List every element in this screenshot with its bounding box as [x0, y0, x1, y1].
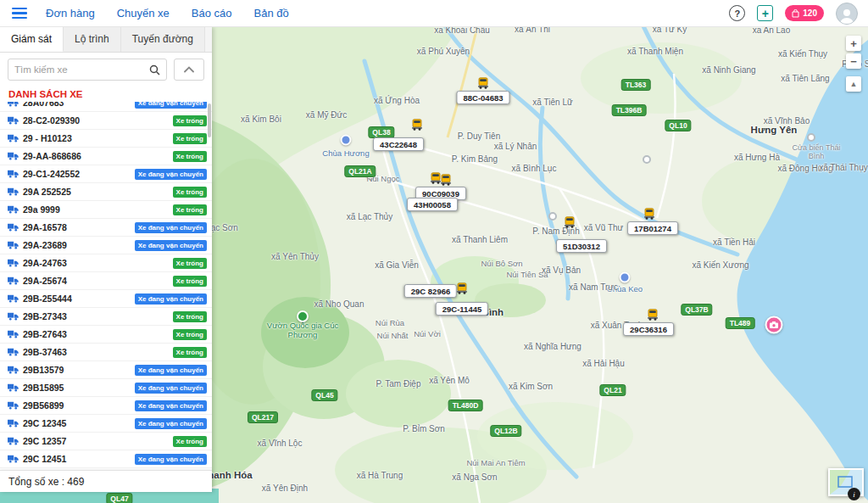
notification-badge[interactable]: 120	[785, 5, 824, 21]
vehicle-truck-marker[interactable]	[563, 216, 576, 228]
zoom-in-button[interactable]: +	[846, 36, 861, 51]
vehicle-plate: 29-AA-868686	[23, 151, 81, 161]
vehicle-row[interactable]: 28A07683 Xe đang vận chuyển	[0, 102, 212, 112]
help-icon[interactable]: ?	[729, 5, 745, 21]
vehicle-row[interactable]: 29B-37463 Xe trống	[0, 344, 212, 361]
vehicle-plate: 29B13579	[23, 365, 64, 375]
vehicle-row[interactable]: 29B-27643 Xe trống	[0, 326, 212, 344]
vehicle-row[interactable]: 29A-23689 Xe đang vận chuyển	[0, 237, 212, 254]
plus-icon[interactable]: +	[757, 5, 773, 21]
chua-huong-marker-icon[interactable]	[341, 135, 352, 146]
vehicle-status-badge: Xe trống	[173, 151, 207, 162]
vehicle-row[interactable]: 29B13579 Xe đang vận chuyển	[0, 361, 212, 379]
tab-road-lines[interactable]: Tuyến đường	[121, 27, 205, 52]
zoom-out-button[interactable]: −	[846, 53, 861, 69]
vehicle-row[interactable]: 28-C2-029390 Xe trống	[0, 112, 212, 130]
thai-binh-area-marker-icon[interactable]	[643, 155, 651, 164]
map-place-label: Vườn Quốc gia Cúc Phương	[264, 321, 342, 340]
vehicle-plate-marker[interactable]: 43H00058	[407, 198, 458, 211]
vehicle-row[interactable]: 29C 12345 Xe đang vận chuyển	[0, 415, 212, 433]
vehicle-row[interactable]: 29B15895 Xe đang vận chuyển	[0, 379, 212, 397]
map-place-label: xã Ninh Giang	[702, 65, 755, 75]
top-navbar: Đơn hàng Chuyến xe Báo cáo Bản đồ ? + 12…	[0, 0, 868, 27]
vehicle-plate-marker[interactable]: 43C22648	[373, 137, 424, 151]
vehicle-row[interactable]: 29-AA-868686 Xe trống	[0, 148, 212, 165]
vehicle-truck-marker[interactable]	[476, 77, 490, 89]
vehicle-row[interactable]: 29-C1-242552 Xe đang vận chuyển	[0, 165, 212, 183]
cuc-phuong-park-marker-icon[interactable]	[297, 310, 309, 322]
map-place-label: xã Tứ Kỳ	[653, 27, 687, 34]
user-avatar[interactable]	[836, 3, 858, 25]
vehicle-row[interactable]: 29C 12357 Xe trống	[0, 433, 212, 450]
vehicle-list[interactable]: 28A07683 Xe đang vận chuyển 28-C2-029390…	[0, 102, 212, 470]
map-place-label: xã Vũ Thư	[584, 223, 624, 232]
main-nav: Đơn hàng Chuyến xe Báo cáo Bản đồ	[46, 7, 289, 20]
nav-item-reports[interactable]: Báo cáo	[192, 7, 232, 20]
truck-icon	[8, 401, 19, 410]
truck-icon	[8, 383, 19, 392]
search-icon[interactable]	[149, 64, 160, 75]
tab-monitoring[interactable]: Giám sát	[0, 27, 64, 52]
vehicle-truck-marker[interactable]	[643, 208, 656, 220]
nav-item-map[interactable]: Bản đồ	[254, 7, 289, 20]
road-badge: QL12B	[490, 425, 521, 437]
nam-dinh-city-marker-icon[interactable]	[548, 212, 557, 221]
nav-item-trips[interactable]: Chuyến xe	[117, 7, 170, 20]
vehicle-plate: 29B-27343	[23, 311, 67, 321]
vehicle-plate-marker[interactable]: 29C 82966	[404, 284, 457, 298]
vehicle-row[interactable]: 29a 9999 Xe trống	[0, 201, 212, 219]
vehicle-row[interactable]: 29B56899 Xe đang vận chuyển	[0, 397, 212, 415]
truck-icon	[8, 437, 19, 445]
map-place-label: xã Yên Định	[262, 483, 308, 493]
pan-up-button[interactable]: ▲	[846, 76, 861, 92]
vehicle-truck-marker[interactable]	[455, 282, 469, 294]
camera-poi-button[interactable]	[765, 316, 783, 334]
vehicle-truck-marker[interactable]	[646, 309, 659, 321]
truck-icon	[8, 116, 19, 125]
chua-keo-marker-icon[interactable]	[620, 272, 631, 283]
map-place-label: xã Kim Sơn	[509, 382, 553, 391]
road-badge: QL38	[368, 126, 394, 138]
vehicle-truck-marker[interactable]	[439, 174, 453, 186]
estuary-marker-icon[interactable]	[807, 133, 815, 142]
vehicle-row[interactable]: 29A-16578 Xe đang vận chuyển	[0, 219, 212, 237]
map-place-label: P. Tam Điệp	[376, 379, 421, 388]
vehicle-row[interactable]: 29A 252525 Xe trống	[0, 183, 212, 201]
map-place-label: xã Yên Mô	[429, 376, 470, 385]
map-place-label: xã Tiên Lữ	[532, 98, 572, 107]
road-badge: TL480D	[448, 400, 483, 411]
map-place-label: xã Hà Trung	[357, 471, 403, 480]
nav-item-orders[interactable]: Đơn hàng	[46, 7, 95, 20]
vehicle-row[interactable]: 29B-255444 Xe đang vận chuyển	[0, 290, 212, 308]
vehicle-plate-marker[interactable]: 29C-11445	[436, 302, 488, 316]
hamburger-menu-icon[interactable]	[0, 0, 34, 27]
vehicle-row[interactable]: 29C 12512 Xe đang vận chuyển	[0, 468, 212, 470]
vehicle-plate-marker[interactable]: 51D30312	[556, 239, 607, 253]
vehicle-row[interactable]: 29 - H10123 Xe trống	[0, 130, 212, 148]
sidebar-tabs: Giám sát Lộ trình Tuyến đường	[0, 27, 212, 53]
vehicle-status-badge: Xe đang vận chuyển	[135, 418, 207, 429]
map-place-label: xã Ứng Hòa	[374, 96, 420, 105]
vehicle-plate-marker[interactable]: 88C-04683	[456, 91, 509, 104]
vehicle-row[interactable]: 29A-24763 Xe trống	[0, 254, 212, 272]
vehicle-status-badge: Xe trống	[173, 276, 207, 287]
vehicle-status-badge: Xe trống	[173, 347, 207, 358]
vehicle-plate: 29C 12357	[23, 436, 66, 446]
vehicle-row[interactable]: 29A-25674 Xe trống	[0, 272, 212, 290]
vehicle-plate-marker[interactable]: 17B01274	[627, 221, 678, 235]
vehicle-total-footer: Tổng số xe : 469	[0, 470, 212, 492]
vehicle-status-badge: Xe đang vận chuyển	[135, 365, 207, 376]
info-button[interactable]: i	[848, 488, 860, 500]
search-input[interactable]	[14, 64, 149, 75]
tab-route[interactable]: Lộ trình	[64, 27, 121, 52]
collapse-panel-button[interactable]	[174, 59, 204, 81]
map-place-label: Núi Nhất	[377, 331, 409, 340]
list-scrollbar[interactable]	[208, 103, 211, 137]
vehicle-truck-marker[interactable]	[410, 119, 424, 131]
map-zoom-controls: + − ▲	[846, 36, 861, 92]
vehicle-plate-marker[interactable]: 29C36316	[623, 322, 674, 336]
vehicle-row[interactable]: 29B-27343 Xe trống	[0, 308, 212, 326]
truck-icon	[8, 455, 19, 463]
vehicle-row[interactable]: 29C 12451 Xe đang vận chuyển	[0, 450, 212, 468]
vehicle-plate: 29-C1-242552	[23, 169, 80, 179]
